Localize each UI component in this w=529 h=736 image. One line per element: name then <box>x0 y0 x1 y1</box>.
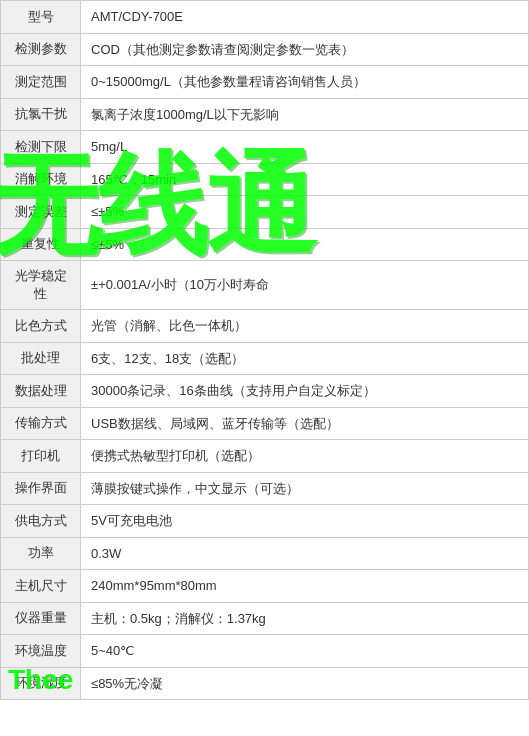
cell-label: 检测下限 <box>1 131 81 163</box>
cell-label: 环境温度 <box>1 635 81 667</box>
cell-value: 0.3W <box>81 538 528 570</box>
cell-value: 30000条记录、16条曲线（支持用户自定义标定） <box>81 375 528 407</box>
cell-label: 光学稳定性 <box>1 261 81 309</box>
cell-label: 操作界面 <box>1 473 81 505</box>
specs-table: 型号AMT/CDY-700E检测参数COD（其他测定参数请查阅测定参数一览表）测… <box>0 0 529 700</box>
cell-value: AMT/CDY-700E <box>81 1 528 33</box>
table-row: 测定范围0~15000mg/L（其他参数量程请咨询销售人员） <box>0 66 529 99</box>
cell-label: 测定范围 <box>1 66 81 98</box>
cell-value: 5mg/L <box>81 131 528 163</box>
cell-value: 0~15000mg/L（其他参数量程请咨询销售人员） <box>81 66 528 98</box>
table-row: 批处理6支、12支、18支（选配） <box>0 343 529 376</box>
table-row: 供电方式5V可充电电池 <box>0 505 529 538</box>
table-row: 型号AMT/CDY-700E <box>0 0 529 34</box>
cell-value: 6支、12支、18支（选配） <box>81 343 528 375</box>
cell-value: 5V可充电电池 <box>81 505 528 537</box>
cell-value: 薄膜按键式操作，中文显示（可选） <box>81 473 528 505</box>
table-row: 环境温度5~40℃ <box>0 635 529 668</box>
table-row: 数据处理30000条记录、16条曲线（支持用户自定义标定） <box>0 375 529 408</box>
table-row: 抗氯干扰氯离子浓度1000mg/L以下无影响 <box>0 99 529 132</box>
cell-label: 主机尺寸 <box>1 570 81 602</box>
cell-value: COD（其他测定参数请查阅测定参数一览表） <box>81 34 528 66</box>
table-row: 操作界面薄膜按键式操作，中文显示（可选） <box>0 473 529 506</box>
cell-value: 165℃，15min <box>81 164 528 196</box>
cell-label: 重复性 <box>1 229 81 261</box>
table-row: 比色方式光管（消解、比色一体机） <box>0 310 529 343</box>
cell-value: ±+0.001A/小时（10万小时寿命 <box>81 261 528 309</box>
table-row: 消解环境165℃，15min <box>0 164 529 197</box>
cell-value: 便携式热敏型打印机（选配） <box>81 440 528 472</box>
table-row: 检测参数COD（其他测定参数请查阅测定参数一览表） <box>0 34 529 67</box>
cell-value: 5~40℃ <box>81 635 528 667</box>
cell-label: 数据处理 <box>1 375 81 407</box>
cell-value: 主机：0.5kg；消解仪：1.37kg <box>81 603 528 635</box>
cell-label: 功率 <box>1 538 81 570</box>
cell-label: 批处理 <box>1 343 81 375</box>
cell-value: ≤±5% <box>81 229 528 261</box>
cell-value: 光管（消解、比色一体机） <box>81 310 528 342</box>
table-row: 传输方式USB数据线、局域网、蓝牙传输等（选配） <box>0 408 529 441</box>
cell-label: 型号 <box>1 1 81 33</box>
cell-value: ≤85%无冷凝 <box>81 668 528 700</box>
cell-value: 240mm*95mm*80mm <box>81 570 528 602</box>
cell-label: 传输方式 <box>1 408 81 440</box>
table-row: 测定误差≤±5% <box>0 196 529 229</box>
table-row: 仪器重量主机：0.5kg；消解仪：1.37kg <box>0 603 529 636</box>
cell-label: 消解环境 <box>1 164 81 196</box>
cell-label: 比色方式 <box>1 310 81 342</box>
table-row: 重复性≤±5% <box>0 229 529 262</box>
cell-value: ≤±5% <box>81 196 528 228</box>
cell-label: 抗氯干扰 <box>1 99 81 131</box>
cell-value: 氯离子浓度1000mg/L以下无影响 <box>81 99 528 131</box>
table-row: 打印机便携式热敏型打印机（选配） <box>0 440 529 473</box>
table-row: 环境湿度≤85%无冷凝 <box>0 668 529 701</box>
cell-label: 打印机 <box>1 440 81 472</box>
table-row: 功率0.3W <box>0 538 529 571</box>
cell-label: 检测参数 <box>1 34 81 66</box>
table-row: 主机尺寸240mm*95mm*80mm <box>0 570 529 603</box>
cell-label: 仪器重量 <box>1 603 81 635</box>
table-row: 光学稳定性±+0.001A/小时（10万小时寿命 <box>0 261 529 310</box>
cell-label: 环境湿度 <box>1 668 81 700</box>
cell-label: 测定误差 <box>1 196 81 228</box>
cell-label: 供电方式 <box>1 505 81 537</box>
cell-value: USB数据线、局域网、蓝牙传输等（选配） <box>81 408 528 440</box>
table-row: 检测下限5mg/L <box>0 131 529 164</box>
